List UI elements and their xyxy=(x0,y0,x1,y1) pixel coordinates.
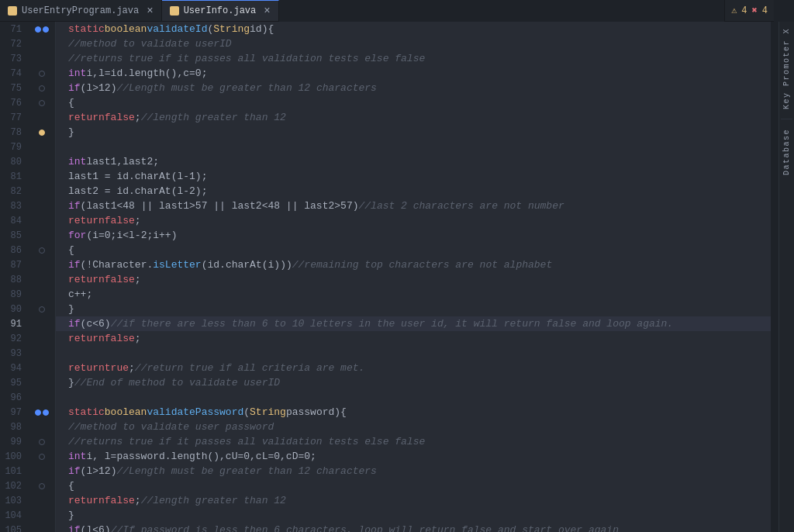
gutter-row: 101 xyxy=(0,464,55,478)
code-line-86: { xyxy=(56,243,771,257)
gutter-circle-outline xyxy=(39,85,45,92)
gutter-row: 73 xyxy=(0,51,55,66)
gutter-circle-outline xyxy=(39,439,45,445)
gutter-icons xyxy=(28,130,56,136)
gutter-circle-outline xyxy=(39,454,45,460)
gutter-icons xyxy=(28,439,56,445)
gutter-circle-outline xyxy=(39,247,45,254)
gutter-circle-blue xyxy=(43,26,49,33)
gutter-row: 91 xyxy=(0,316,55,331)
code-lines: static boolean validateId(String id) {//… xyxy=(56,22,771,532)
gutter-icons xyxy=(28,306,56,313)
line-number: 74 xyxy=(0,68,28,79)
gutter-row: 103 xyxy=(0,493,55,508)
line-number: 103 xyxy=(0,496,28,506)
line-number: 79 xyxy=(0,142,28,153)
editor-window: UserEntryProgram.java × UserInfo.java × … xyxy=(0,0,794,532)
code-line-98: //method to validate user password xyxy=(56,420,771,434)
gutter-row: 78 xyxy=(0,125,55,140)
gutter-icons xyxy=(28,100,56,106)
gutter-row: 82 xyxy=(0,184,55,199)
line-number: 97 xyxy=(0,407,28,418)
line-number: 73 xyxy=(0,54,28,64)
gutter-circle-blue xyxy=(35,409,41,416)
gutter-circle-orange xyxy=(39,130,45,136)
gutter-row: 89 xyxy=(0,287,55,302)
line-gutter: 7172737475767778798081828384858687888990… xyxy=(0,22,56,532)
code-line-104: } xyxy=(56,508,771,523)
gutter-icons xyxy=(28,71,56,77)
line-number: 104 xyxy=(0,510,28,521)
tab-close-1[interactable]: × xyxy=(147,5,153,17)
code-line-77: return false; //length greater than 12 xyxy=(56,110,771,125)
gutter-row: 77 xyxy=(0,110,55,125)
tab-close-2[interactable]: × xyxy=(264,5,270,17)
code-line-81: last1 = id.charAt(l-1); xyxy=(56,169,771,184)
tab-label-1: UserEntryProgram.java xyxy=(22,5,139,16)
code-line-71: static boolean validateId(String id) { xyxy=(56,22,771,36)
gutter-row: 98 xyxy=(0,420,55,434)
code-line-79 xyxy=(56,140,771,154)
tab-userinfo[interactable]: UserInfo.java × xyxy=(162,0,279,21)
line-number: 91 xyxy=(0,319,28,330)
panel-label-key-promoter[interactable]: Key Promoter X xyxy=(779,22,794,116)
code-line-72: //method to validate userID xyxy=(56,36,771,51)
tab-userentryprogram[interactable]: UserEntryProgram.java × xyxy=(0,0,162,21)
line-number: 90 xyxy=(0,304,28,315)
code-line-80: int last1,last2; xyxy=(56,154,771,169)
panel-label-database[interactable]: Database xyxy=(779,123,794,181)
gutter-icons xyxy=(28,247,56,254)
status-indicators: ⚠ 4 ✖ 4 xyxy=(724,0,774,22)
code-line-75: if(l>12) //Length must be greater than 1… xyxy=(56,81,771,95)
gutter-row: 74 xyxy=(0,66,55,81)
code-line-102: { xyxy=(56,478,771,493)
line-number: 98 xyxy=(0,422,28,433)
code-line-84: return false; xyxy=(56,213,771,228)
warning-count: 4 xyxy=(741,5,747,16)
gutter-circle-outline xyxy=(39,100,45,106)
line-number: 78 xyxy=(0,127,28,138)
line-number: 94 xyxy=(0,363,28,374)
error-icon: ✖ xyxy=(752,5,758,16)
gutter-row: 86 xyxy=(0,243,55,257)
warning-icon: ⚠ xyxy=(731,5,737,16)
gutter-row: 88 xyxy=(0,272,55,287)
code-line-101: if(l>12) //Length must be greater than 1… xyxy=(56,464,771,478)
gutter-row: 93 xyxy=(0,346,55,361)
code-line-99: //returns true if it passes all validati… xyxy=(56,434,771,449)
line-number: 105 xyxy=(0,525,28,533)
gutter-row: 80 xyxy=(0,154,55,169)
line-number: 89 xyxy=(0,289,28,300)
code-line-78: } xyxy=(56,125,771,140)
java-file-icon-2 xyxy=(170,6,179,16)
code-line-91: if(c<6)//if there are less than 6 to 10 … xyxy=(56,316,771,331)
line-number: 88 xyxy=(0,275,28,285)
line-number: 95 xyxy=(0,378,28,389)
line-number: 96 xyxy=(0,392,28,403)
gutter-row: 85 xyxy=(0,228,55,243)
code-line-85: for(i=0;i<l-2;i++) xyxy=(56,228,771,243)
code-line-93 xyxy=(56,346,771,361)
line-number: 93 xyxy=(0,348,28,359)
code-line-92: return false; xyxy=(56,331,771,346)
code-line-87: if(!Character.isLetter(id.charAt(i))) //… xyxy=(56,257,771,272)
gutter-row: 75 xyxy=(0,81,55,95)
line-number: 72 xyxy=(0,39,28,50)
line-number: 75 xyxy=(0,83,28,94)
gutter-circle-outline xyxy=(39,306,45,313)
code-line-74: int i,l=id.length(),c=0; xyxy=(56,66,771,81)
code-line-103: return false;//length greater than 12 xyxy=(56,493,771,508)
panel-divider xyxy=(781,119,792,119)
line-number: 81 xyxy=(0,171,28,182)
line-number: 84 xyxy=(0,216,28,226)
gutter-row: 87 xyxy=(0,257,55,272)
line-number: 99 xyxy=(0,437,28,447)
code-line-95: }//End of method to validate userID xyxy=(56,375,771,390)
gutter-row: 104 xyxy=(0,508,55,523)
tab-bar: UserEntryProgram.java × UserInfo.java × xyxy=(0,0,279,22)
code-editor[interactable]: static boolean validateId(String id) {//… xyxy=(56,22,771,532)
gutter-row: 92 xyxy=(0,331,55,346)
code-line-94: return true;//return true if all criteri… xyxy=(56,361,771,375)
editor-main: 7172737475767778798081828384858687888990… xyxy=(0,22,794,532)
line-number: 77 xyxy=(0,112,28,123)
